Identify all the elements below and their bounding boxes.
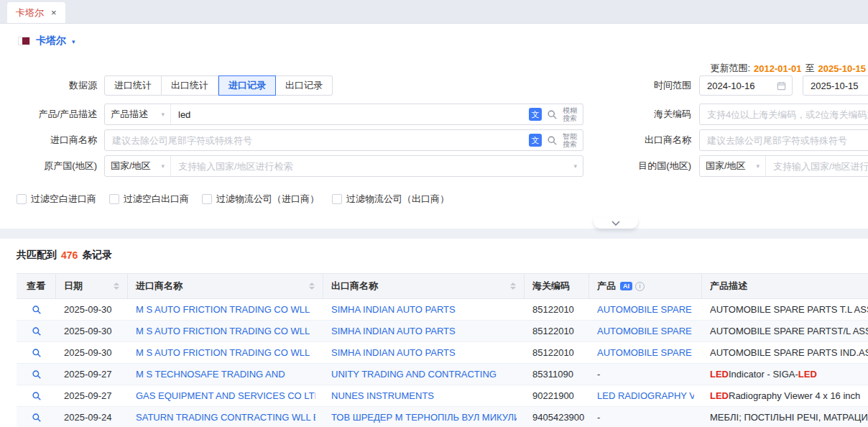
importer-cell: M S AUTO FRICTION TRADING CO WLL [128,321,323,341]
sort-asc-icon[interactable] [309,283,315,285]
checkbox-icon[interactable] [202,194,212,204]
importer-link[interactable]: M S TECHNOSAFE TRADING AND [136,369,285,380]
importer-link[interactable]: M S AUTO FRICTION TRADING CO WLL [136,347,310,358]
destination-search-input[interactable] [766,156,868,176]
exporter-link[interactable]: SIMHA INDIAN AUTO PARTS [331,326,456,336]
translate-icon[interactable]: 文 [529,108,542,121]
info-icon[interactable]: i [635,282,645,291]
sort-desc-icon[interactable] [510,287,516,290]
view-magnifier-icon[interactable] [32,413,42,423]
importer-cell: M S AUTO FRICTION TRADING CO WLL [128,299,323,320]
table-row: 2025-09-27M S TECHNOSAFE TRADING ANDUNIT… [17,364,868,385]
view-magnifier-icon[interactable] [32,326,42,336]
sort-control[interactable] [506,283,516,290]
exporter-field[interactable] [699,129,868,151]
description-cell: AUTOMOBILE SPARE PARTST/L ASSY ... [702,321,868,341]
smart-search-magnifier-icon[interactable] [547,135,558,146]
product-cell: - [589,364,702,385]
column-header-description: 产品描述 [702,274,868,298]
exporter-link[interactable]: UNITY TRADING AND CONTRACTING [331,369,497,380]
product-link[interactable]: AUTOMOBILE SPARE P... [597,326,694,336]
translate-icon[interactable]: 文 [529,134,542,147]
calendar-icon[interactable] [777,81,792,91]
view-magnifier-icon[interactable] [32,369,42,380]
description-cell: LED Radiography Viewer 4 x 16 inch [702,385,868,406]
view-magnifier-icon[interactable] [32,305,42,315]
product-link[interactable]: AUTOMOBILE SPARE P... [597,304,694,315]
origin-select-value: 国家/地区 [111,160,151,173]
importer-link[interactable]: SATURN TRADING CONTRACTING WLL BUI... [136,412,315,423]
hs-code-input[interactable] [700,104,868,124]
data-source-button[interactable]: 进口记录 [218,75,276,96]
checkbox-icon[interactable] [17,194,27,204]
sort-desc-icon[interactable] [114,287,119,290]
origin-country-select[interactable]: 国家/地区 ▾ [105,156,171,176]
importer-cell: M S AUTO FRICTION TRADING CO WLL [128,342,323,363]
collapse-filter-panel-button[interactable] [594,218,638,229]
exporter-group: 出口商名称 [607,129,868,151]
chevron-down-icon: ▾ [161,111,165,118]
chevron-down-icon[interactable]: ▾ [573,162,577,170]
update-range-from: 2012-01-01 [754,63,802,74]
view-magnifier-icon[interactable] [32,348,42,358]
importer-link[interactable]: GAS EQUIPMENT AND SERVICES CO LTD [136,390,315,401]
destination-label: 目的国(地区) [607,160,691,173]
checkbox-icon[interactable] [332,194,342,204]
sort-asc-icon[interactable] [114,283,119,285]
column-header-hs-code: 海关编码 [525,274,589,298]
sort-control[interactable] [305,283,315,290]
data-source-button[interactable]: 进口统计 [104,75,162,96]
data-source-button[interactable]: 出口统计 [162,75,218,96]
time-range-from-input[interactable] [700,76,777,95]
exporter-input[interactable] [700,130,868,150]
close-tab-icon[interactable]: × [51,8,57,17]
product-search-input[interactable] [171,104,529,124]
smart-search-toggle[interactable]: 智能 搜索 [563,132,577,148]
records-table: 查看 日期 进口商名称 出口商名称 海关编码 产品 [17,273,868,427]
product-link[interactable]: LED RADIOGRAPHY VI... [597,390,694,401]
time-range-to-field[interactable] [803,75,868,96]
column-header-product: 产品 AI i [589,274,702,298]
checkbox-icon[interactable] [109,194,119,204]
ai-badge: AI [620,282,632,291]
description-cell: AUTOMOBILE SPARE PARTS T.L ASSY ... [702,299,868,320]
fuzzy-search-magnifier-icon[interactable] [547,109,558,120]
importer-search-input[interactable] [105,130,529,150]
sort-asc-icon[interactable] [510,283,516,285]
view-cell [17,407,56,427]
importer-search-field: 文 智能 搜索 [104,129,583,151]
date-cell: 2025-09-30 [56,299,128,320]
time-range-to-input[interactable] [803,76,868,95]
fuzzy-search-toggle[interactable]: 模糊 搜索 [563,106,577,122]
date-cell: 2025-09-27 [56,364,128,385]
sort-control[interactable] [109,283,119,290]
data-source-button[interactable]: 出口记录 [276,75,333,96]
exporter-link[interactable]: SIMHA INDIAN AUTO PARTS [331,304,456,315]
importer-link[interactable]: M S AUTO FRICTION TRADING CO WLL [136,304,310,315]
column-header-importer: 进口商名称 [128,274,323,298]
checkbox-filter-logistics-exporter[interactable]: 过滤物流公司（出口商） [332,193,449,206]
importer-link[interactable]: M S AUTO FRICTION TRADING CO WLL [136,326,310,336]
exporter-link[interactable]: NUNES INSTRUMENTS [331,390,434,401]
table-row: 2025-09-30M S AUTO FRICTION TRADING CO W… [17,321,868,342]
destination-country-select[interactable]: 国家/地区 ▾ [700,156,766,176]
view-cell [17,299,56,320]
exporter-link[interactable]: SIMHA INDIAN AUTO PARTS [331,347,456,358]
summary-suffix: 条记录 [82,249,112,262]
view-magnifier-icon[interactable] [32,391,42,401]
chevron-down-icon[interactable]: ▾ [72,38,75,45]
product-link[interactable]: AUTOMOBILE SPARE P... [597,347,694,358]
product-type-select[interactable]: 产品描述 ▾ [105,104,171,124]
tab-qatar[interactable]: 卡塔尔 × [7,2,65,23]
exporter-link[interactable]: ТОВ ШРЕДЕР М ТЕРНОПІЛЬ ВУЛ МИКУЛИ... [331,412,517,423]
checkbox-filter-blank-importer[interactable]: 过滤空白进口商 [17,193,96,206]
origin-search-input[interactable] [171,156,573,176]
checkbox-filter-logistics-importer[interactable]: 过滤物流公司（进口商） [202,193,319,206]
match-count: 476 [61,249,78,261]
hs-code-field[interactable] [699,104,868,125]
checkbox-filter-blank-exporter[interactable]: 过滤空白出口商 [109,193,189,206]
product-type-value: 产品描述 [111,108,148,121]
sort-desc-icon[interactable] [309,287,315,290]
fuzzy-search-text: 模糊 [563,106,577,114]
time-range-from-field[interactable] [699,75,793,96]
